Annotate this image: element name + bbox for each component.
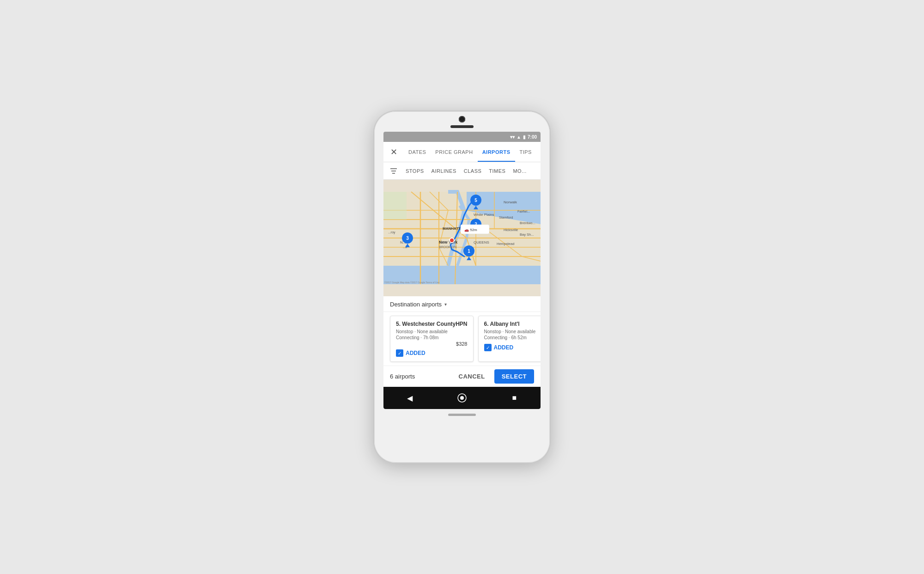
card-hpn-code: HPN [456,321,467,327]
wifi-icon: ▾▾ [510,134,515,140]
filter-stops[interactable]: STOPS [402,162,428,180]
card-hpn-price: $328 [396,341,468,347]
svg-text:QUEENS: QUEENS [474,240,489,244]
recents-button[interactable]: ■ [505,389,523,407]
svg-text:...roy: ...roy [388,231,395,234]
airport-cards-list: 5. Westchester County HPN Nonstop · None… [383,312,541,366]
destination-label: Destination airports [390,301,442,308]
action-buttons: CANCEL SELECT [455,369,534,384]
card-hpn-header: 5. Westchester County HPN [396,321,468,327]
bottom-panel: Destination airports ▾ 5. Westchester Co… [383,296,541,387]
svg-text:🚗 52m: 🚗 52m [464,227,477,232]
destination-header[interactable]: Destination airports ▾ [383,296,541,312]
checkbox-hpn[interactable]: ✓ [396,349,403,357]
close-button[interactable]: ✕ [383,142,404,162]
back-button[interactable]: ◀ [401,389,419,407]
svg-text:Norwalk: Norwalk [504,200,517,204]
svg-text:1: 1 [468,249,470,254]
filter-class[interactable]: CLASS [460,162,486,180]
tab-price-graph[interactable]: PRICE GRAPH [431,142,477,162]
battery-icon: ▮ [523,134,526,140]
check-icon-alb: ✓ [486,345,490,350]
checkbox-alb[interactable]: ✓ [484,344,492,351]
signal-icon: ▲ [517,134,521,140]
card-alb-header: 6. Albany Int'l [484,321,541,327]
card-alb-connecting: Connecting · 6h 52m [484,335,541,340]
filter-airlines[interactable]: AIRLINES [428,162,460,180]
tab-airports[interactable]: AIRPORTS [478,142,515,162]
svg-text:Hicksville: Hicksville [504,228,518,232]
svg-text:BROOKLYN: BROOKLYN [439,245,456,249]
svg-text:Hempstead: Hempstead [497,242,514,246]
airports-count: 6 airports [390,373,415,380]
camera [459,116,465,122]
speaker [450,125,474,128]
cancel-button[interactable]: CANCEL [455,370,489,383]
filter-tabs: STOPS AIRLINES CLASS TIMES MO... [402,162,539,180]
svg-text:Stamford: Stamford [499,215,513,220]
tab-dates[interactable]: DATES [404,142,431,162]
svg-text:Bay Sh...: Bay Sh... [520,232,534,237]
svg-text:5: 5 [474,198,477,203]
filter-bar: STOPS AIRLINES CLASS TIMES MO... [383,162,541,180]
card-hpn-connecting: Connecting · 7h 08m [396,335,468,340]
airport-card-hpn[interactable]: 5. Westchester County HPN Nonstop · None… [390,316,474,362]
top-nav: ✕ DATES PRICE GRAPH AIRPORTS TIPS [383,142,541,162]
map-area[interactable]: Norwalk Fairfiel... Stamford White Plain… [383,180,541,296]
added-label-alb: ADDED [494,344,514,351]
dropdown-arrow-icon: ▾ [444,302,447,307]
card-hpn-added[interactable]: ✓ ADDED [396,349,468,357]
filter-icon[interactable] [385,162,402,180]
phone-top-bar [374,111,550,132]
tab-tips[interactable]: TIPS [515,142,536,162]
time-display: 7:00 [528,134,537,140]
phone-frame: ▾▾ ▲ ▮ 7:00 ✕ DATES PRICE GRAPH AIRPORTS… [374,111,550,463]
svg-point-36 [460,396,464,400]
filter-more[interactable]: MO... [509,162,530,180]
home-indicator [448,414,476,416]
bottom-nav: ◀ ■ [383,387,541,409]
filter-times[interactable]: TIMES [485,162,509,180]
home-button[interactable] [453,389,471,407]
svg-text:New York: New York [439,240,458,244]
phone-bottom-bar [374,409,550,423]
status-icons: ▾▾ ▲ ▮ 7:00 [510,134,537,140]
card-hpn-nonstop: Nonstop · None available [396,329,468,334]
card-alb-name: 6. Albany Int'l [484,321,520,327]
svg-point-32 [450,238,454,243]
phone-screen: ▾▾ ▲ ▮ 7:00 ✕ DATES PRICE GRAPH AIRPORTS… [383,132,541,409]
svg-text:Fairfiel...: Fairfiel... [517,210,530,213]
card-alb-nonstop: Nonstop · None available [484,329,541,334]
status-bar: ▾▾ ▲ ▮ 7:00 [383,132,541,142]
card-alb-added[interactable]: ✓ ADDED [484,344,541,351]
added-label-hpn: ADDED [406,350,426,356]
check-icon: ✓ [398,351,401,356]
action-bar: 6 airports CANCEL SELECT [383,366,541,387]
svg-text:White Plains: White Plains [474,213,494,217]
svg-text:©2017 Google Map data ©2017 Go: ©2017 Google Map data ©2017 Google Terms… [384,281,439,284]
airport-card-alb[interactable]: 6. Albany Int'l Nonstop · None available… [478,316,541,362]
svg-text:3: 3 [406,236,409,241]
card-hpn-name: 5. Westchester County [396,321,456,327]
nav-tabs: DATES PRICE GRAPH AIRPORTS TIPS [404,142,541,162]
svg-text:Brentwo...: Brentwo... [520,221,535,225]
select-button[interactable]: SELECT [494,369,534,384]
